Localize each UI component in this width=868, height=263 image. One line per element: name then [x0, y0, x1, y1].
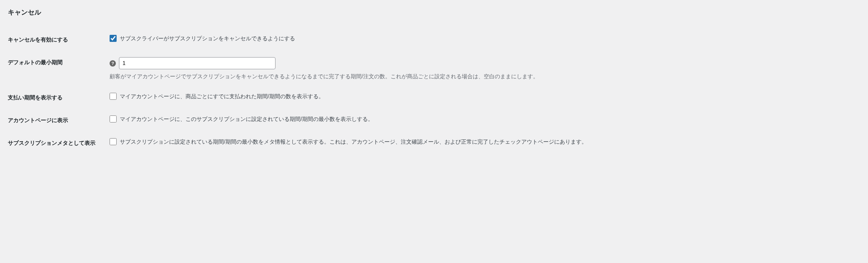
default-min-period-row: デフォルトの最小期間 ? 顧客がマイアカウントページでサブスクリプションをキャン… [8, 51, 860, 86]
display-as-meta-description: サブスクリプションに設定されている期間/期間の最小数をメタ情報として表示する。こ… [120, 138, 587, 146]
enable-cancel-label: キャンセルを有効にする [8, 29, 106, 51]
display-paid-periods-description: マイアカウントページに、商品ごとにすでに支払われた期間/期間の数を表示する。 [120, 92, 324, 101]
display-as-meta-checkbox[interactable] [110, 138, 117, 145]
display-paid-periods-row: 支払い期間を表示する マイアカウントページに、商品ごとにすでに支払われた期間/期… [8, 86, 860, 109]
display-on-account-page-description: マイアカウントページに、このサブスクリプションに設定されている期間/期間の最小数… [120, 115, 373, 123]
enable-cancel-description: サブスクライバーがサブスクリプションをキャンセルできるようにする [120, 34, 295, 43]
default-min-period-input[interactable] [119, 57, 276, 69]
display-paid-periods-checkbox[interactable] [110, 93, 117, 100]
display-on-account-page-row: アカウントページに表示 マイアカウントページに、このサブスクリプションに設定され… [8, 109, 860, 132]
enable-cancel-row: キャンセルを有効にする サブスクライバーがサブスクリプションをキャンセルできるよ… [8, 29, 860, 51]
default-min-period-description: 顧客がマイアカウントページでサブスクリプションをキャンセルできるようになるまでに… [110, 72, 856, 81]
display-on-account-page-label: アカウントページに表示 [8, 109, 106, 132]
display-as-meta-label: サブスクリプションメタとして表示 [8, 132, 106, 155]
help-icon[interactable]: ? [110, 60, 116, 67]
display-paid-periods-label: 支払い期間を表示する [8, 86, 106, 109]
display-on-account-page-checkbox[interactable] [110, 115, 117, 122]
enable-cancel-checkbox[interactable] [110, 35, 117, 42]
display-as-meta-row: サブスクリプションメタとして表示 サブスクリプションに設定されている期間/期間の… [8, 132, 860, 155]
section-title: キャンセル [8, 8, 860, 17]
default-min-period-label: デフォルトの最小期間 [8, 51, 106, 86]
